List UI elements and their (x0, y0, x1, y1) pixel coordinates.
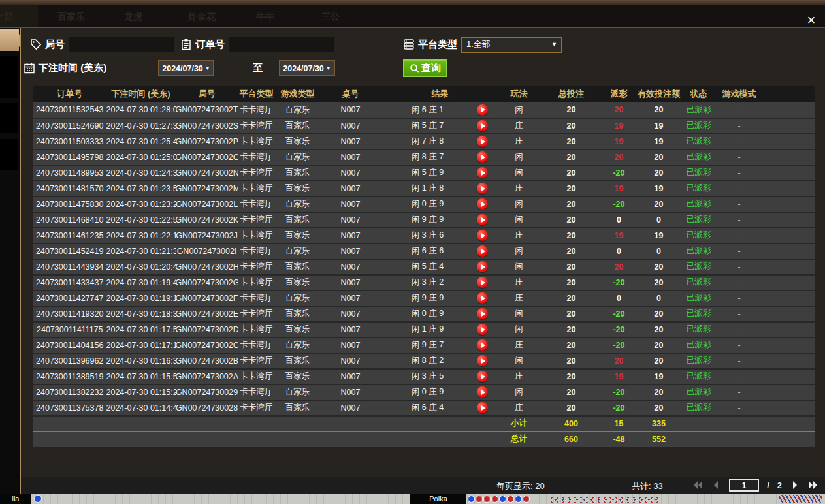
cell-filler (765, 244, 815, 259)
round-input[interactable] (69, 37, 174, 52)
cell-round-id: GN0072473002O (176, 150, 238, 165)
cell-filler (765, 197, 815, 212)
cell-bet-time: 2024-07-30 01:23:29 (106, 197, 176, 212)
cell-round-id: GN0072473002P (176, 134, 238, 150)
cell-game-type: 百家乐 (275, 244, 321, 259)
cell-round-id: GN0072473002J (176, 228, 238, 244)
subtotal-payout: 15 (604, 416, 634, 432)
cell-platform: 卡卡湾厅 (238, 150, 275, 165)
cell-payout: 19 (604, 181, 634, 197)
cell-platform: 卡卡湾厅 (238, 259, 275, 275)
cell-bet-time: 2024-07-30 01:14:44 (106, 400, 176, 416)
replay-icon[interactable] (477, 324, 488, 335)
page-number-input[interactable]: 1 (729, 479, 759, 492)
replay-icon[interactable] (477, 167, 488, 178)
cell-payout: 0 (604, 212, 634, 228)
cell-table-no: N007 (321, 118, 381, 134)
order-input[interactable] (229, 37, 334, 52)
date-to-select[interactable]: 2024/07/30 ▼ (279, 60, 335, 76)
cell-payout: 20 (604, 102, 634, 118)
replay-icon[interactable] (477, 277, 488, 288)
col-play: 玩法 (500, 86, 539, 102)
replay-icon[interactable] (477, 371, 488, 382)
cell-replay (466, 291, 500, 306)
cell-status: 已派彩 (684, 181, 714, 197)
search-icon (410, 63, 420, 74)
cell-order-id: 240730011404156 (33, 338, 106, 353)
col-result: 结果 (381, 86, 500, 102)
bet-time-group: 下注时间 (美东) (24, 59, 110, 76)
cell-platform: 卡卡湾厅 (238, 338, 275, 353)
replay-icon[interactable] (477, 198, 488, 210)
last-page-icon[interactable] (808, 480, 818, 490)
replay-icon[interactable] (477, 339, 488, 351)
replay-icon[interactable] (477, 120, 488, 131)
replay-icon[interactable] (477, 292, 488, 304)
cell-round-id: GN00724730028 (176, 400, 238, 416)
cell-payout: 0 (604, 291, 634, 306)
replay-icon[interactable] (477, 386, 488, 398)
replay-icon[interactable] (477, 230, 488, 241)
cell-table-no: N007 (321, 102, 381, 118)
replay-icon[interactable] (477, 261, 488, 272)
replay-icon[interactable] (477, 402, 488, 413)
date-to-value: 2024/07/30 (283, 64, 324, 73)
cell-play: 庄 (500, 134, 539, 150)
cell-payout: 20 (604, 353, 634, 369)
cell-mode: - (714, 118, 765, 134)
chevron-down-icon: ▼ (326, 65, 331, 71)
replay-icon[interactable] (477, 355, 488, 366)
cell-filler (765, 385, 815, 400)
total-row: 总计 660 -48 552 (33, 432, 815, 447)
cell-mode: - (714, 134, 765, 150)
prev-page-icon[interactable] (711, 480, 721, 490)
table-footer: 每页显示: 20 共计: 33 1 / 2 (21, 477, 825, 494)
col-filler (765, 86, 815, 102)
cell-order-id: 240730011443934 (33, 259, 106, 275)
next-page-icon[interactable] (790, 480, 800, 490)
replay-icon[interactable] (477, 183, 488, 194)
cell-status: 已派彩 (684, 150, 714, 165)
date-from-select[interactable]: 2024/07/30 ▼ (158, 60, 214, 76)
cell-platform: 卡卡湾厅 (238, 275, 275, 291)
cell-status: 已派彩 (684, 259, 714, 275)
cell-replay (466, 228, 500, 244)
cell-order-id: 240730011481570 (33, 181, 106, 197)
replay-icon[interactable] (477, 104, 488, 116)
cell-valid-bet: 19 (634, 181, 684, 197)
table-row: 240730011419320 2024-07-30 01:18:35 GN00… (33, 306, 815, 322)
table-row: 240730011427747 2024-07-30 01:19:16 GN00… (33, 291, 815, 306)
cell-table-no: N007 (321, 197, 381, 212)
replay-icon[interactable] (477, 308, 488, 319)
cell-table-no: N007 (321, 400, 381, 416)
roadmap-bead-icon (34, 495, 42, 503)
cell-filler (765, 228, 815, 244)
replay-icon[interactable] (477, 136, 488, 147)
replay-icon[interactable] (477, 245, 488, 257)
query-button[interactable]: 查询 (403, 59, 447, 77)
cell-replay (466, 212, 500, 228)
table-row: 240730011389519 2024-07-30 01:15:55 GN00… (33, 369, 815, 385)
cell-valid-bet: 0 (634, 291, 684, 306)
to-label: 至 (253, 62, 263, 74)
close-icon[interactable]: × (803, 12, 820, 29)
cell-platform: 卡卡湾厅 (238, 228, 275, 244)
platform-select[interactable]: 1.全部 ▼ (461, 37, 562, 53)
cell-table-no: N007 (321, 369, 381, 385)
cell-mode: - (714, 385, 765, 400)
table-row: 240730011468410 2024-07-30 01:22:51 GN00… (33, 212, 815, 228)
cell-filler (765, 291, 815, 306)
replay-icon[interactable] (477, 151, 488, 163)
first-page-icon[interactable] (692, 480, 703, 490)
col-bet-time: 下注时间 (美东) (106, 86, 176, 102)
background-tab-dragontiger: 龙虎 (124, 11, 142, 23)
cell-table-no: N007 (321, 259, 381, 275)
cell-round-id: GN0072473002S (176, 118, 238, 134)
cell-play: 闲 (500, 244, 539, 259)
cell-result: 闲 8 庄 2 (381, 353, 466, 369)
cell-play: 闲 (500, 165, 539, 181)
replay-icon[interactable] (477, 214, 488, 225)
background-tab-all: 全部 (0, 11, 13, 23)
cell-filler (765, 134, 815, 150)
cell-status: 已派彩 (684, 165, 714, 181)
